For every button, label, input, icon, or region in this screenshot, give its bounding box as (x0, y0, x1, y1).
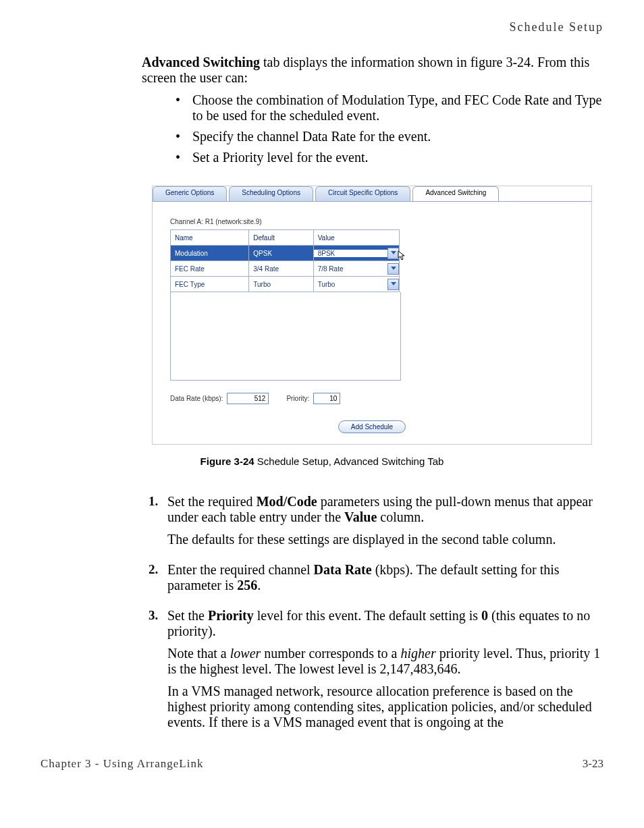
step-1-note: The defaults for these settings are disp… (167, 532, 603, 547)
text-bold: Priority (208, 608, 254, 623)
priority-label: Priority: (286, 395, 309, 402)
fecrate-dropdown[interactable]: 7/8 Rate (314, 263, 399, 275)
text-bold: Data Rate (314, 562, 372, 577)
cell-name: FEC Rate (171, 261, 249, 277)
channel-label: Channel A: R1 (network:site.9) (170, 218, 574, 225)
text-italic: lower (230, 646, 261, 661)
text: Set the required (167, 494, 257, 509)
col-name: Name (171, 230, 249, 246)
rate-priority-line: Data Rate (kbps): Priority: (170, 393, 574, 404)
table-row[interactable]: FEC Rate 3/4 Rate 7/8 Rate (171, 261, 400, 277)
panel-body: Channel A: R1 (network:site.9) Name Defa… (153, 201, 591, 444)
dropdown-value: 8PSK (314, 250, 387, 257)
cell-default: QPSK (249, 246, 313, 261)
footer-page-number: 3-23 (583, 757, 603, 771)
cell-name: FEC Type (171, 277, 249, 292)
fectype-dropdown[interactable]: Turbo (314, 278, 399, 290)
text: level for this event. The default settin… (254, 608, 481, 623)
bullet-item: Choose the combination of Modulation Typ… (176, 92, 603, 123)
dropdown-value: Turbo (314, 281, 387, 288)
bullet-list: Choose the combination of Modulation Typ… (176, 92, 603, 165)
step-3-note1: Note that a lower number corresponds to … (167, 646, 603, 677)
footer-left: Chapter 3 - Using ArrangeLink (41, 757, 203, 771)
svg-marker-0 (391, 251, 396, 254)
text: number corresponds to a (261, 646, 400, 661)
table-row[interactable]: Modulation QPSK 8PSK (171, 246, 400, 261)
cell-default: 3/4 Rate (249, 261, 313, 277)
page-footer: Chapter 3 - Using ArrangeLink 3-23 (41, 757, 603, 771)
step-1: Set the required Mod/Code parameters usi… (149, 494, 603, 547)
intro-strong: Advanced Switching (142, 55, 260, 70)
text: column. (377, 509, 424, 524)
cell-value[interactable]: 8PSK (313, 246, 399, 261)
add-schedule-button[interactable]: Add Schedule (338, 420, 406, 433)
steps-list: Set the required Mod/Code parameters usi… (149, 494, 603, 730)
cell-name: Modulation (171, 246, 249, 261)
chevron-down-icon[interactable] (387, 279, 399, 290)
step-3-note2: In a VMS managed network, resource alloc… (167, 684, 603, 730)
col-value: Value (313, 230, 399, 246)
tab-generic-options[interactable]: Generic Options (153, 186, 227, 201)
chevron-down-icon[interactable] (387, 263, 399, 275)
data-rate-input[interactable] (227, 393, 269, 404)
step-2: Enter the required channel Data Rate (kb… (149, 562, 603, 593)
table-header-row: Name Default Value (171, 230, 400, 246)
modcode-table: Name Default Value Modulation QPSK 8PSK (170, 229, 400, 292)
bullet-item: Specify the channel Data Rate for the ev… (176, 129, 603, 144)
col-default: Default (249, 230, 313, 246)
figure-text: Schedule Setup, Advanced Switching Tab (254, 456, 444, 467)
step-3: Set the Priority level for this event. T… (149, 608, 603, 730)
cell-default: Turbo (249, 277, 313, 292)
tab-circuit-specific-options[interactable]: Circuit Specific Options (315, 186, 410, 201)
text-bold: 0 (481, 608, 488, 623)
page-header: Schedule Setup (41, 20, 603, 34)
text-bold: 256 (237, 578, 257, 592)
cell-value[interactable]: Turbo (313, 277, 399, 292)
modulation-dropdown[interactable]: 8PSK (314, 247, 399, 259)
text-bold: Mod/Code (257, 494, 317, 509)
text: . (257, 578, 261, 592)
text-italic: higher (400, 646, 435, 661)
cell-value[interactable]: 7/8 Rate (313, 261, 399, 277)
tab-advanced-switching[interactable]: Advanced Switching (412, 186, 499, 201)
dropdown-value: 7/8 Rate (314, 265, 387, 273)
tab-bar: Generic Options Scheduling Options Circu… (153, 186, 591, 201)
tab-scheduling-options[interactable]: Scheduling Options (229, 186, 313, 201)
svg-marker-1 (391, 267, 396, 270)
intro-paragraph: Advanced Switching tab displays the info… (142, 55, 603, 86)
table-row[interactable]: FEC Type Turbo Turbo (171, 277, 400, 292)
text: Enter the required channel (167, 562, 314, 577)
figure-caption: Figure 3-24 Schedule Setup, Advanced Swi… (41, 456, 603, 467)
text: Set the (167, 608, 208, 623)
text: Note that a (167, 646, 230, 661)
bullet-item: Set a Priority level for the event. (176, 150, 603, 165)
screenshot-panel: Generic Options Scheduling Options Circu… (152, 186, 592, 445)
data-rate-label: Data Rate (kbps): (170, 395, 223, 402)
table-empty-area (170, 292, 401, 381)
svg-marker-2 (391, 282, 396, 285)
priority-input[interactable] (313, 393, 340, 404)
figure-number: Figure 3-24 (200, 456, 254, 467)
text-bold: Value (344, 509, 377, 524)
